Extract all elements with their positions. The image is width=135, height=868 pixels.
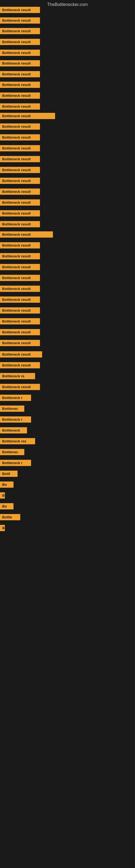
bottleneck-item-24: Bottleneck result — [0, 264, 40, 270]
bottleneck-item-12: Bottleneck result — [0, 134, 40, 141]
bottleneck-item-1: Bottleneck result — [0, 18, 40, 24]
bottleneck-item-21: Bottleneck result — [0, 231, 53, 238]
bottleneck-item-11: Bottleneck result — [0, 123, 40, 130]
bottleneck-item-47: Bottle — [0, 514, 20, 520]
bottleneck-item-29: Bottleneck result — [0, 318, 40, 324]
bottleneck-item-13: Bottleneck result — [0, 145, 40, 151]
bottleneck-item-43: Bottl — [0, 471, 17, 477]
bottleneck-item-36: Bottleneck r — [0, 395, 31, 401]
bottleneck-item-44: Bo — [0, 482, 13, 488]
bottleneck-item-0: Bottleneck result — [0, 7, 40, 13]
bottleneck-item-14: Bottleneck result — [0, 156, 40, 162]
bottleneck-item-6: Bottleneck result — [0, 71, 40, 77]
bottleneck-item-38: Bottleneck r — [0, 416, 31, 423]
bottleneck-item-2: Bottleneck result — [0, 28, 40, 34]
bottleneck-item-18: Bottleneck result — [0, 199, 40, 206]
bottleneck-item-34: Bottleneck re — [0, 373, 35, 379]
bottleneck-item-10: Bottleneck result — [0, 113, 55, 119]
bottleneck-item-15: Bottleneck result — [0, 167, 40, 173]
bottleneck-item-5: Bottleneck result — [0, 60, 40, 66]
bottleneck-item-16: Bottleneck result — [0, 178, 40, 184]
bottleneck-item-17: Bottleneck result — [0, 188, 40, 195]
bottleneck-item-48: B — [0, 525, 5, 531]
bottleneck-item-26: Bottleneck result — [0, 286, 40, 292]
bottleneck-item-4: Bottleneck result — [0, 50, 40, 56]
bottleneck-item-41: Bottlenec — [0, 449, 24, 455]
bottleneck-item-30: Bottleneck result — [0, 329, 40, 335]
bottleneck-item-28: Bottleneck result — [0, 307, 40, 314]
bottleneck-item-40: Bottleneck res — [0, 438, 35, 444]
bottleneck-item-31: Bottleneck result — [0, 340, 40, 346]
bottleneck-item-45: B — [0, 492, 5, 499]
bottleneck-item-3: Bottleneck result — [0, 39, 40, 45]
site-title-text: TheBottlenecker.com — [47, 2, 88, 7]
bottleneck-item-9: Bottleneck result — [0, 103, 40, 110]
bottleneck-item-20: Bottleneck result — [0, 221, 40, 227]
bottleneck-item-27: Bottleneck result — [0, 297, 40, 303]
bottleneck-item-32: Bottleneck result — [0, 351, 42, 358]
bottleneck-item-19: Bottleneck result — [0, 210, 40, 216]
bottleneck-item-23: Bottleneck result — [0, 253, 40, 259]
bottleneck-item-46: Bo — [0, 503, 13, 509]
bottleneck-item-33: Bottleneck result — [0, 362, 40, 368]
bottleneck-item-22: Bottleneck result — [0, 242, 40, 248]
bottleneck-item-8: Bottleneck result — [0, 93, 40, 99]
bottleneck-item-7: Bottleneck result — [0, 82, 40, 88]
bottleneck-item-42: Bottleneck r — [0, 460, 31, 466]
bottleneck-item-37: Bottlenec — [0, 405, 24, 412]
bottleneck-item-39: Bottleneck — [0, 427, 27, 433]
bottleneck-item-25: Bottleneck result — [0, 275, 40, 281]
bottleneck-item-35: Bottleneck result — [0, 384, 40, 390]
